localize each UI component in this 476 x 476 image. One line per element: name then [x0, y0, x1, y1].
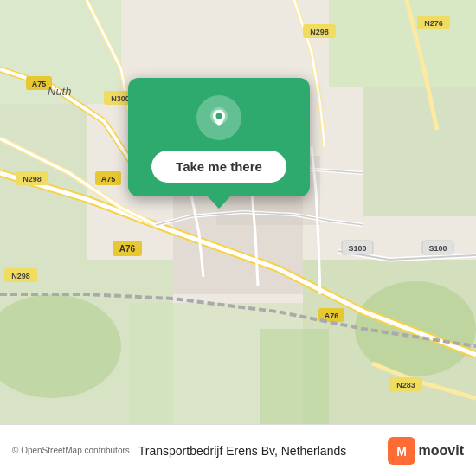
- moovit-text: moovit: [419, 443, 464, 459]
- svg-rect-4: [363, 87, 476, 216]
- map-area: A76 N298 N298 N300 N298 N276 A75 A75: [0, 0, 476, 424]
- svg-text:N298: N298: [11, 272, 30, 280]
- svg-text:A75: A75: [32, 80, 47, 88]
- svg-text:N283: N283: [396, 381, 415, 389]
- svg-rect-3: [329, 0, 476, 87]
- svg-text:Nuth: Nuth: [48, 85, 71, 98]
- moovit-icon: M: [388, 437, 415, 465]
- svg-text:N298: N298: [23, 175, 42, 183]
- svg-text:A75: A75: [101, 175, 116, 183]
- svg-text:N298: N298: [310, 28, 329, 36]
- popup-card[interactable]: Take me there: [128, 78, 310, 196]
- svg-rect-10: [260, 329, 329, 424]
- svg-point-40: [216, 113, 222, 119]
- location-icon-wrap: [196, 95, 241, 140]
- svg-text:N300: N300: [111, 94, 130, 103]
- map-svg: A76 N298 N298 N300 N298 N276 A75 A75: [0, 0, 476, 424]
- svg-text:A76: A76: [325, 312, 339, 320]
- bottom-bar: © OpenStreetMap contributors Transportbe…: [0, 424, 476, 476]
- svg-text:N276: N276: [424, 19, 443, 28]
- svg-text:S100: S100: [348, 244, 366, 253]
- svg-text:A76: A76: [119, 244, 136, 254]
- take-me-there-button[interactable]: Take me there: [151, 151, 286, 183]
- svg-text:S100: S100: [428, 244, 447, 253]
- svg-text:M: M: [396, 445, 407, 459]
- osm-copyright: © OpenStreetMap contributors: [12, 446, 130, 455]
- moovit-logo: M moovit: [388, 437, 464, 465]
- location-pin-icon: [207, 106, 231, 130]
- place-name: Transportbedrijf Erens Bv, Netherlands: [138, 444, 379, 458]
